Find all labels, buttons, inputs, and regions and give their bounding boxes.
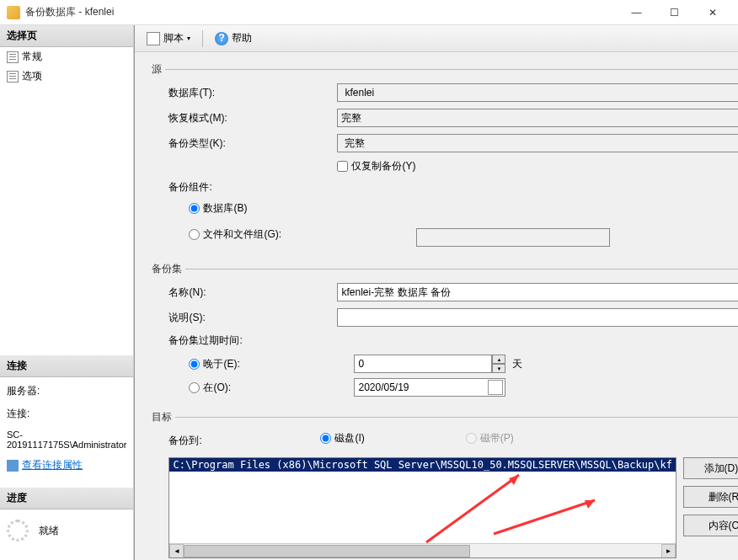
toolbar: 脚本 ▾ 帮助 xyxy=(135,25,738,52)
spinner-up-button[interactable]: ▲ xyxy=(492,355,505,364)
files-field xyxy=(416,228,610,247)
on-date-value: 2020/05/19 xyxy=(355,381,488,393)
after-label: 晚于(E): xyxy=(203,357,239,371)
scroll-thumb[interactable] xyxy=(184,545,470,557)
destination-list[interactable]: C:\Program Files (x86)\Microsoft SQL Ser… xyxy=(168,457,676,558)
backup-set-legend: 备份集 xyxy=(148,262,185,276)
name-label: 名称(N): xyxy=(168,285,337,300)
app-icon xyxy=(7,6,20,19)
conn-value: SC-20191117175S\Administrator xyxy=(7,429,126,450)
component-label: 备份组件: xyxy=(168,180,337,195)
horizontal-scrollbar[interactable]: ◄ ► xyxy=(169,543,675,557)
name-input[interactable] xyxy=(337,283,738,301)
disk-radio-label: 磁盘(I) xyxy=(334,431,364,445)
progress-header: 进度 xyxy=(0,488,133,509)
after-radio[interactable] xyxy=(189,359,200,370)
database-radio[interactable] xyxy=(189,203,200,214)
database-select[interactable]: kfenlei xyxy=(337,83,738,102)
connection-header: 连接 xyxy=(0,355,133,377)
tape-radio-label: 磁带(P) xyxy=(480,431,514,445)
expire-label: 备份集过期时间: xyxy=(168,333,337,348)
copy-only-label: 仅复制备份(Y) xyxy=(351,159,415,173)
files-radio-label: 文件和文件组(G): xyxy=(203,227,281,242)
nav-general-label: 常规 xyxy=(22,50,42,64)
on-radio[interactable] xyxy=(189,382,200,393)
recovery-field xyxy=(337,109,738,127)
nav-general[interactable]: 常规 xyxy=(0,47,133,67)
script-label: 脚本 xyxy=(163,31,184,45)
add-button[interactable]: 添加(D)... xyxy=(683,457,738,479)
scroll-left-button[interactable]: ◄ xyxy=(169,544,184,558)
disk-radio[interactable] xyxy=(320,433,331,444)
backup-type-select[interactable]: 完整 xyxy=(337,134,738,152)
source-legend: 源 xyxy=(148,62,165,77)
after-unit: 天 xyxy=(512,357,522,371)
script-button[interactable]: 脚本 ▾ xyxy=(142,29,195,47)
minimize-button[interactable]: — xyxy=(618,1,655,24)
calendar-icon[interactable] xyxy=(488,380,503,395)
server-label: 服务器: xyxy=(7,384,126,398)
conn-label: 连接: xyxy=(7,407,126,421)
progress-spinner-icon xyxy=(7,520,29,541)
recovery-label: 恢复模式(M): xyxy=(168,111,337,125)
help-icon xyxy=(215,32,228,45)
desc-input[interactable] xyxy=(337,308,738,327)
remove-button[interactable]: 删除(R) xyxy=(683,486,738,508)
backup-set-group: 备份集 名称(N): 说明(S): 备份集过期时间: xyxy=(148,262,738,402)
spinner-down-button[interactable]: ▼ xyxy=(492,364,505,373)
help-button[interactable]: 帮助 xyxy=(210,29,257,47)
chevron-down-icon: ▾ xyxy=(187,35,190,42)
link-icon xyxy=(7,460,19,472)
maximize-button[interactable]: ☐ xyxy=(655,1,693,24)
source-group: 源 数据库(T): kfenlei 恢复模式(M): 备 xyxy=(148,62,738,253)
desc-label: 说明(S): xyxy=(168,311,337,325)
right-panel: 脚本 ▾ 帮助 源 数据库(T): kfenlei xyxy=(134,25,738,560)
window-title: 备份数据库 - kfenlei xyxy=(25,5,618,19)
on-label: 在(O): xyxy=(203,381,231,395)
help-label: 帮助 xyxy=(232,31,252,45)
destination-legend: 目标 xyxy=(148,410,175,424)
page-icon xyxy=(7,71,19,83)
backup-to-label: 备份到: xyxy=(168,434,320,448)
database-radio-label: 数据库(B) xyxy=(203,201,247,216)
after-days-input[interactable] xyxy=(354,355,492,373)
files-radio[interactable] xyxy=(189,229,200,240)
page-icon xyxy=(7,51,19,63)
view-connection-link[interactable]: 查看连接属性 xyxy=(7,458,126,472)
view-connection-label: 查看连接属性 xyxy=(22,458,83,472)
toolbar-separator xyxy=(202,30,203,47)
copy-only-checkbox[interactable] xyxy=(337,161,348,172)
database-label: 数据库(T): xyxy=(168,86,337,100)
on-date-input[interactable]: 2020/05/19 xyxy=(354,378,505,397)
nav-options[interactable]: 选项 xyxy=(0,67,133,86)
contents-button[interactable]: 内容(C) xyxy=(683,515,738,536)
backup-type-label: 备份类型(K): xyxy=(168,136,337,151)
nav-options-label: 选项 xyxy=(22,69,42,83)
select-page-header: 选择页 xyxy=(0,25,133,47)
tape-radio xyxy=(466,433,477,444)
destination-path[interactable]: C:\Program Files (x86)\Microsoft SQL Ser… xyxy=(169,458,675,472)
scroll-right-button[interactable]: ► xyxy=(661,544,676,558)
script-icon xyxy=(147,32,160,45)
progress-status: 就绪 xyxy=(39,524,59,538)
destination-group: 目标 备份到: 磁盘(I) 磁带(P) xyxy=(148,410,738,558)
close-button[interactable]: ✕ xyxy=(693,1,731,24)
titlebar: 备份数据库 - kfenlei — ☐ ✕ xyxy=(0,0,738,25)
left-panel: 选择页 常规 选项 连接 服务器: 连接: SC-20191117175S\Ad… xyxy=(0,25,134,560)
